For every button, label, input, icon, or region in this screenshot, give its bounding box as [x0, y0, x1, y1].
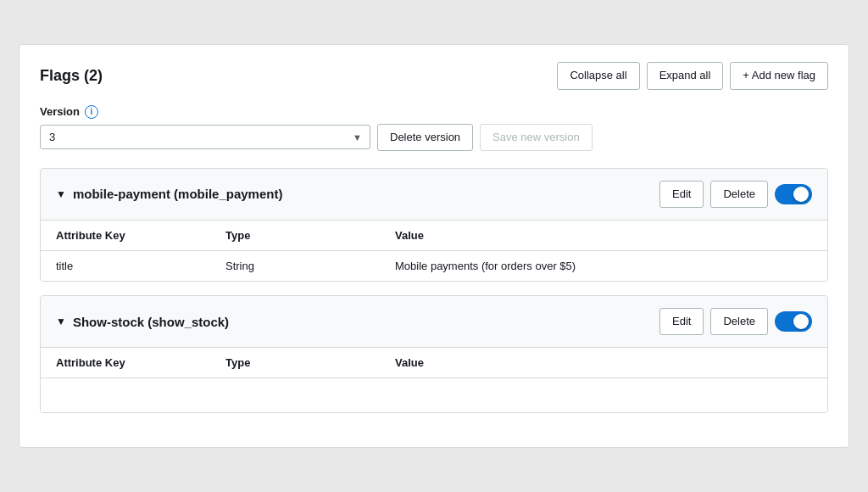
panel-header: Flags (2) Collapse all Expand all + Add … — [40, 62, 828, 89]
flag-2-toggle-thumb — [793, 314, 809, 329]
flag-2-title: Show-stock (show_stock) — [73, 315, 229, 329]
flag-2-col-key: Attribute Key — [41, 348, 210, 378]
collapse-all-button[interactable]: Collapse all — [557, 62, 639, 89]
flag-1-title-wrap: ▼ mobile-payment (mobile_payment) — [56, 187, 282, 201]
flag-1-col-type: Type — [210, 221, 380, 251]
flag-1-row1-value: Mobile payments (for orders over $5) — [380, 250, 827, 281]
flags-list: ▼ mobile-payment (mobile_payment) Edit D… — [40, 168, 828, 413]
flag-1-col-key: Attribute Key — [41, 221, 210, 251]
version-controls: 3 ▼ Delete version Save new version — [40, 124, 828, 151]
flag-2-actions: Edit Delete — [659, 308, 812, 335]
version-label-row: Version i — [40, 105, 828, 119]
version-info-icon[interactable]: i — [85, 105, 98, 119]
flag-1-chevron-icon: ▼ — [56, 188, 66, 200]
add-new-flag-button[interactable]: + Add new flag — [730, 62, 828, 89]
flag-1-row1-key: title — [41, 250, 210, 281]
panel-title: Flags (2) — [40, 67, 103, 85]
flag-2-col-type: Type — [210, 348, 380, 378]
flag-2-chevron-icon: ▼ — [56, 316, 66, 327]
flag-2-table-header-row: Attribute Key Type Value — [41, 348, 827, 378]
flag-2-edit-button[interactable]: Edit — [659, 308, 704, 335]
flag-1-title: mobile-payment (mobile_payment) — [73, 187, 283, 201]
flag-2-table: Attribute Key Type Value — [41, 348, 827, 412]
flag-2-col-value: Value — [380, 348, 827, 378]
version-section: Version i 3 ▼ Delete version Save new ve… — [40, 105, 828, 151]
version-select[interactable]: 3 — [40, 125, 370, 149]
flag-2-empty-cell — [41, 378, 827, 412]
version-select-wrap: 3 ▼ — [40, 125, 370, 149]
save-new-version-button: Save new version — [480, 124, 593, 151]
flag-1-col-value: Value — [380, 221, 827, 251]
flag-2-delete-button[interactable]: Delete — [710, 308, 768, 335]
flag-1-toggle-thumb — [793, 187, 809, 202]
header-actions: Collapse all Expand all + Add new flag — [557, 62, 828, 89]
flag-1-table: Attribute Key Type Value title String Mo… — [41, 221, 827, 281]
flag-card-1: ▼ mobile-payment (mobile_payment) Edit D… — [40, 168, 828, 282]
version-label-text: Version — [40, 105, 80, 118]
flag-1-edit-button[interactable]: Edit — [659, 181, 704, 208]
flag-1-header: ▼ mobile-payment (mobile_payment) Edit D… — [41, 169, 827, 221]
flag-2-title-wrap: ▼ Show-stock (show_stock) — [56, 315, 229, 329]
flag-1-delete-button[interactable]: Delete — [710, 181, 768, 208]
expand-all-button[interactable]: Expand all — [647, 62, 724, 89]
flag-1-row1-type: String — [210, 250, 380, 281]
flag-1-toggle[interactable] — [775, 184, 812, 204]
flag-card-2: ▼ Show-stock (show_stock) Edit Delete At… — [40, 295, 828, 413]
flag-2-header: ▼ Show-stock (show_stock) Edit Delete — [41, 296, 827, 348]
flags-panel: Flags (2) Collapse all Expand all + Add … — [19, 44, 849, 447]
flag-2-toggle[interactable] — [775, 311, 812, 332]
table-row: title String Mobile payments (for orders… — [41, 250, 827, 281]
flag-1-table-header-row: Attribute Key Type Value — [41, 221, 827, 251]
flag-2-empty-row — [41, 378, 827, 412]
delete-version-button[interactable]: Delete version — [377, 124, 473, 151]
flag-1-actions: Edit Delete — [659, 181, 812, 208]
